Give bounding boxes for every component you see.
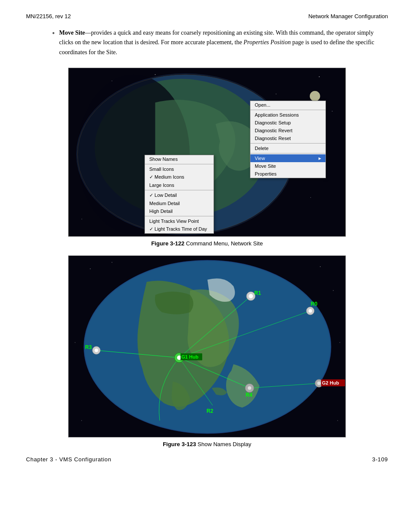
context-menu[interactable]: Open... Application Sessions Diagnostic … xyxy=(250,101,326,178)
sub-light-tracks-timeofday[interactable]: Light Tracks Time of Day xyxy=(145,225,214,233)
ctx-diag-reset[interactable]: Diagnostic Reset xyxy=(250,134,325,142)
figure-123-caption-bold: Figure 3-123 xyxy=(163,441,196,447)
earth-globe-123: R1 R0 R3 G1 Hub G2 Hub R4 R2 xyxy=(69,256,346,437)
footer-left: Chapter 3 - VMS Configuration xyxy=(26,456,112,463)
svg-point-46 xyxy=(317,382,321,385)
page-footer: Chapter 3 - VMS Configuration 3-109 xyxy=(26,456,388,463)
sub-large-icons[interactable]: Large Icons xyxy=(145,181,214,189)
ctx-diag-setup[interactable]: Diagnostic Setup xyxy=(250,119,325,127)
sub-small-icons[interactable]: Small Icons xyxy=(145,165,214,173)
bullet-text: Move Site—provides a quick and easy mean… xyxy=(59,28,388,57)
svg-point-2 xyxy=(155,74,156,75)
svg-point-21 xyxy=(112,262,112,263)
svg-point-42 xyxy=(95,349,98,352)
bullet-italic: Properties Position xyxy=(243,39,291,46)
svg-point-23 xyxy=(333,290,334,291)
ctx-sep-2 xyxy=(250,143,325,144)
page-header: MN/22156, rev 12 Network Manager Configu… xyxy=(26,13,388,20)
bullet-section: • Move Site—provides a quick and easy me… xyxy=(52,28,388,57)
figure-122-caption: Figure 3-122 Command Menu, Network Site xyxy=(151,240,263,247)
header-right: Network Manager Configuration xyxy=(308,13,388,20)
svg-point-22 xyxy=(320,266,321,267)
svg-text:R2: R2 xyxy=(207,408,214,414)
sub-show-names[interactable]: Show Names xyxy=(145,155,214,163)
svg-text:R3: R3 xyxy=(85,344,92,350)
ctx-app-sessions[interactable]: Application Sessions xyxy=(250,111,325,119)
svg-point-48 xyxy=(248,386,251,390)
svg-point-25 xyxy=(337,420,338,421)
ctx-properties[interactable]: Properties xyxy=(250,170,325,178)
svg-point-20 xyxy=(90,268,91,269)
svg-point-24 xyxy=(81,420,82,421)
svg-point-27 xyxy=(339,342,340,343)
svg-text:R0: R0 xyxy=(311,301,318,307)
svg-point-26 xyxy=(75,342,76,343)
ctx-view[interactable]: View xyxy=(250,154,325,162)
sub-sep-1 xyxy=(145,164,214,164)
svg-text:R4: R4 xyxy=(246,392,253,398)
svg-point-40 xyxy=(309,309,312,313)
sub-medium-detail[interactable]: Medium Detail xyxy=(145,199,214,207)
bullet-bold: Move Site xyxy=(59,29,85,36)
ctx-diag-revert[interactable]: Diagnostic Revert xyxy=(250,127,325,134)
header-left: MN/22156, rev 12 xyxy=(26,13,71,20)
svg-point-5 xyxy=(276,94,276,95)
svg-point-11 xyxy=(310,91,320,101)
sub-sep-3 xyxy=(145,216,214,216)
figure-123-image: R1 R0 R3 G1 Hub G2 Hub R4 R2 xyxy=(68,255,346,437)
footer-right: 3-109 xyxy=(372,456,388,463)
sub-menu[interactable]: Show Names Small Icons Medium Icons Larg… xyxy=(145,155,214,234)
bullet-item: • Move Site—provides a quick and easy me… xyxy=(52,28,388,57)
svg-point-10 xyxy=(310,197,311,198)
ctx-open[interactable]: Open... xyxy=(250,101,325,109)
figure-123-caption: Figure 3-123 Show Names Display xyxy=(163,441,251,447)
sub-sep-2 xyxy=(145,190,214,190)
figure-122-caption-rest: Command Menu, Network Site xyxy=(184,240,263,247)
sub-medium-icons[interactable]: Medium Icons xyxy=(145,173,214,181)
figure-123-container: R1 R0 R3 G1 Hub G2 Hub R4 R2 Figure 3-12… xyxy=(26,255,388,447)
ctx-delete[interactable]: Delete xyxy=(250,144,325,152)
svg-text:R1: R1 xyxy=(254,290,261,296)
sub-low-detail[interactable]: Low Detail xyxy=(145,191,214,199)
sub-high-detail[interactable]: High Detail xyxy=(145,207,214,215)
figure-122-container: Open... Application Sessions Diagnostic … xyxy=(26,68,388,247)
svg-point-4 xyxy=(319,76,320,77)
sub-light-tracks-viewpoint[interactable]: Light Tracks View Point xyxy=(145,217,214,225)
svg-text:G1  Hub: G1 Hub xyxy=(181,354,198,359)
figure-123-caption-rest: Show Names Display xyxy=(196,441,251,447)
ctx-move-site[interactable]: Move Site xyxy=(250,162,325,170)
bullet-dot: • xyxy=(52,28,55,39)
svg-point-9 xyxy=(332,111,333,112)
ctx-sep-3 xyxy=(250,153,325,153)
svg-point-8 xyxy=(82,219,82,220)
page-container: MN/22156, rev 12 Network Manager Configu… xyxy=(0,0,414,532)
ctx-sep-1 xyxy=(250,110,325,110)
svg-text:G2  Hub: G2 Hub xyxy=(322,380,339,385)
figure-122-caption-bold: Figure 3-122 xyxy=(151,240,184,247)
svg-point-38 xyxy=(249,294,253,298)
figure-122-image: Open... Application Sessions Diagnostic … xyxy=(68,68,346,237)
